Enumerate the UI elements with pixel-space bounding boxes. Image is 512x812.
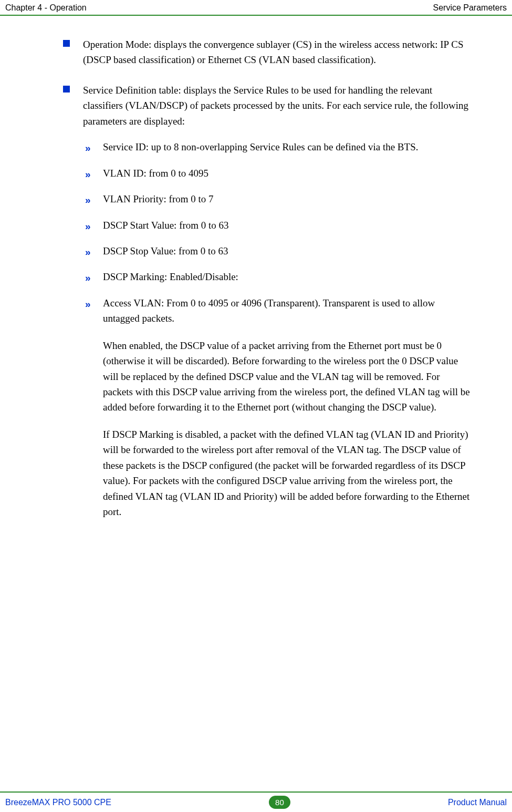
header-chapter: Chapter 4 - Operation — [5, 3, 87, 13]
chevron-icon: » — [85, 296, 89, 312]
sub-text: VLAN ID: from 0 to 4095 — [103, 168, 208, 179]
sub-text: Access VLAN: From 0 to 4095 or 4096 (Tra… — [103, 297, 435, 324]
sub-service-id: » Service ID: up to 8 non-overlapping Se… — [85, 139, 470, 155]
bullet-service-definition: Service Definition table: displays the S… — [63, 83, 470, 520]
sub-dscp-start: » DSCP Start Value: from 0 to 63 — [85, 218, 470, 233]
chevron-icon: » — [85, 140, 89, 156]
footer-manual: Product Manual — [448, 798, 507, 807]
sub-text: VLAN Priority: from 0 to 7 — [103, 193, 214, 204]
sub-text: Service ID: up to 8 non-overlapping Serv… — [103, 141, 418, 152]
sub-list: » Service ID: up to 8 non-overlapping Se… — [83, 139, 470, 519]
sub-text: DSCP Stop Value: from 0 to 63 — [103, 245, 228, 256]
bullet-operation-mode: Operation Mode: displays the convergence… — [63, 37, 470, 68]
header-section: Service Parameters — [433, 3, 507, 13]
sub-access-vlan: » Access VLAN: From 0 to 4095 or 4096 (T… — [85, 295, 470, 520]
chevron-icon: » — [85, 270, 89, 285]
square-bullet-icon — [63, 40, 70, 47]
footer-product: BreezeMAX PRO 5000 CPE — [5, 798, 111, 807]
chevron-icon: » — [85, 192, 89, 208]
chevron-icon: » — [85, 167, 89, 182]
sub-text: DSCP Marking: Enabled/Disable: — [103, 271, 238, 282]
paragraph-disabled: If DSCP Marking is disabled, a packet wi… — [103, 427, 470, 520]
square-bullet-icon — [63, 86, 70, 92]
sub-vlan-priority: » VLAN Priority: from 0 to 7 — [85, 191, 470, 207]
bullet-text: Service Definition table: displays the S… — [83, 85, 468, 127]
chevron-icon: » — [85, 219, 89, 234]
paragraph-enabled: When enabled, the DSCP value of a packet… — [103, 338, 470, 415]
sub-dscp-marking: » DSCP Marking: Enabled/Disable: — [85, 269, 470, 284]
sub-text: DSCP Start Value: from 0 to 63 — [103, 220, 229, 231]
page-footer: BreezeMAX PRO 5000 CPE 80 Product Manual — [0, 792, 512, 812]
page-header: Chapter 4 - Operation Service Parameters — [0, 0, 512, 16]
sub-vlan-id: » VLAN ID: from 0 to 4095 — [85, 166, 470, 181]
sub-dscp-stop: » DSCP Stop Value: from 0 to 63 — [85, 243, 470, 259]
chevron-icon: » — [85, 244, 89, 260]
bullet-text: Operation Mode: displays the convergence… — [83, 39, 463, 65]
page-number-badge: 80 — [269, 796, 290, 809]
page-content: Operation Mode: displays the convergence… — [0, 16, 512, 520]
